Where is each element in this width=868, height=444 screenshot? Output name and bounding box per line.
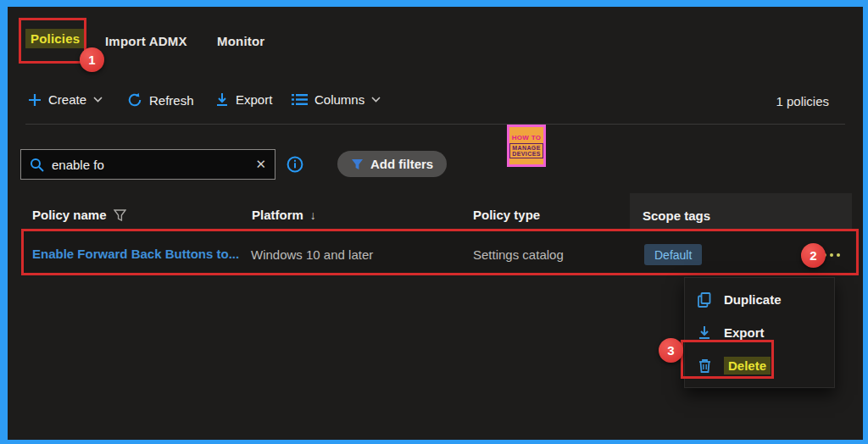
platform-header-label: Platform xyxy=(252,208,303,222)
scope-tags-header-label: Scope tags xyxy=(643,208,710,223)
filter-funnel-icon xyxy=(114,209,126,221)
search-icon xyxy=(30,158,44,172)
annotation-box-policy-row xyxy=(21,229,859,275)
columns-button[interactable]: Columns xyxy=(292,92,381,107)
tab-monitor[interactable]: Monitor xyxy=(217,34,264,48)
download-icon xyxy=(215,92,229,107)
refresh-label: Refresh xyxy=(149,93,194,108)
sort-descending-icon: ↓ xyxy=(310,208,316,222)
plus-icon xyxy=(28,93,42,107)
chevron-down-icon xyxy=(371,97,381,103)
refresh-button[interactable]: Refresh xyxy=(127,92,194,108)
htmd-logo-line3: DEVICES xyxy=(512,151,541,157)
search-box[interactable]: ✕ xyxy=(20,149,275,180)
annotation-box-delete xyxy=(681,340,774,379)
columns-label: Columns xyxy=(314,92,364,107)
htmd-logo-line1: HOW TO xyxy=(512,134,542,142)
duplicate-label: Duplicate xyxy=(724,292,782,307)
annotation-step-3: 3 xyxy=(659,338,683,363)
htmd-logo: HOW TO MANAGE DEVICES xyxy=(507,125,546,167)
annotation-box-policies-tab xyxy=(19,18,86,64)
annotation-step-2: 2 xyxy=(801,243,826,268)
annotation-step-1: 1 xyxy=(80,47,104,72)
policies-count: 1 policies xyxy=(776,94,829,108)
toolbar-divider xyxy=(25,124,845,125)
export-label: Export xyxy=(236,92,272,107)
column-header-scope-tags[interactable]: Scope tags xyxy=(643,208,710,223)
intune-policies-page: Policies 1 Import ADMX Monitor Create Re… xyxy=(0,0,868,444)
clear-search-icon[interactable]: ✕ xyxy=(255,157,266,172)
chevron-down-icon xyxy=(93,97,103,103)
column-header-platform[interactable]: Platform ↓ xyxy=(252,208,316,222)
filter-funnel-icon xyxy=(351,158,364,170)
column-header-policy-type[interactable]: Policy type xyxy=(473,208,540,222)
policy-type-header-label: Policy type xyxy=(473,208,540,222)
search-input[interactable] xyxy=(52,158,248,172)
create-label: Create xyxy=(48,92,86,107)
columns-list-icon xyxy=(292,93,308,106)
htmd-logo-line2: MANAGE xyxy=(512,145,541,151)
export-menu-label: Export xyxy=(724,325,765,340)
add-filters-button[interactable]: Add filters xyxy=(337,151,447,177)
duplicate-copy-icon xyxy=(697,292,712,308)
add-filters-label: Add filters xyxy=(370,157,433,171)
tab-import-admx[interactable]: Import ADMX xyxy=(105,34,187,48)
menu-item-duplicate[interactable]: Duplicate xyxy=(685,283,834,316)
export-download-icon xyxy=(697,325,712,340)
create-button[interactable]: Create xyxy=(28,92,103,107)
export-button[interactable]: Export xyxy=(215,92,272,107)
column-header-policy-name[interactable]: Policy name xyxy=(32,208,126,222)
policy-name-header-label: Policy name xyxy=(32,208,107,222)
info-icon[interactable] xyxy=(287,156,303,176)
refresh-icon xyxy=(127,92,142,108)
